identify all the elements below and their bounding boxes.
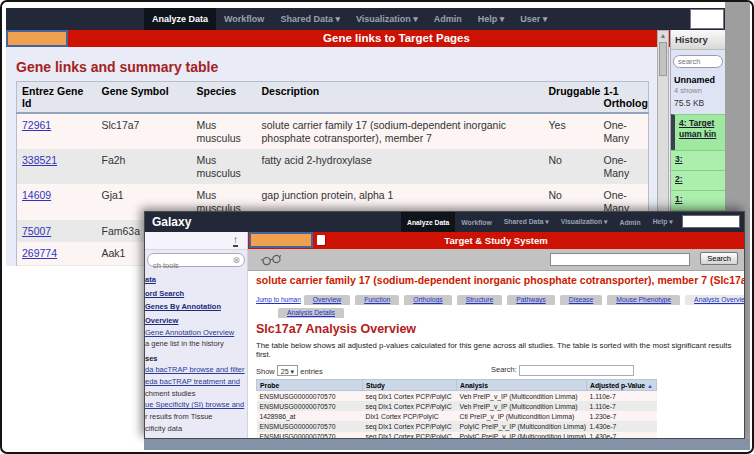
gene-page-tab[interactable]: Pathways <box>507 295 554 305</box>
tool-link[interactable]: ue Specificity (SI) browse and <box>145 399 247 411</box>
site-search-button[interactable]: Search <box>700 252 738 265</box>
overlay-banner-row: Target & Study System <box>248 232 744 249</box>
history-dataset-item[interactable]: 2: <box>671 170 725 190</box>
species-cell: Mus musculus <box>192 113 257 149</box>
table-search-label: Search: <box>491 365 517 374</box>
history-item-label[interactable]: 4: Target <box>679 118 723 129</box>
gene-table-row: 72961 Slc17a7 Mus musculus solute carrie… <box>17 113 649 149</box>
overlay-galaxy-window: Galaxy Analyze DataWorkflowShared Data ▾… <box>144 211 745 439</box>
tools-panel-header: ↑ <box>145 232 247 250</box>
gene-page-tab[interactable]: Function <box>355 295 399 305</box>
history-dataset-item[interactable]: 3: <box>671 150 725 170</box>
entrez-gene-id-link[interactable]: 338521 <box>22 154 57 166</box>
history-dataset-item[interactable]: 1: <box>671 190 725 210</box>
pvalue-cell: 1.230e-7 <box>587 411 657 421</box>
history-name[interactable]: Unnamed <box>674 75 722 85</box>
col-probe[interactable]: Probe <box>257 380 363 391</box>
gene-page-tab[interactable]: Disease <box>560 295 603 305</box>
show-label: Show <box>256 367 275 376</box>
masthead-menu-item[interactable]: Admin <box>426 8 470 30</box>
masthead-menu-item[interactable]: Visualization ▾ <box>348 8 426 30</box>
tool-link[interactable]: ata <box>145 274 247 286</box>
scrollbar-thumb[interactable] <box>659 42 667 76</box>
pvalue-cell: 1.110e-7 <box>587 401 657 411</box>
overlay-masthead-search-input[interactable] <box>682 215 740 228</box>
tool-list: ataord SearchGenes By AnnotationOverview… <box>145 270 247 438</box>
col-entrez-gene-id: Entrez Gene Id <box>17 82 97 114</box>
probe-cell: 1428986_at <box>257 411 363 421</box>
glasses-icon <box>260 252 284 268</box>
tool-link[interactable]: cificity data <box>145 423 247 435</box>
table-controls: Show 25 ▾ entries Search: <box>256 365 716 379</box>
logo-highlight-box[interactable] <box>6 30 68 47</box>
entrez-gene-id-link[interactable]: 269774 <box>22 247 57 259</box>
scrollbar-up-icon[interactable]: ▲ <box>658 31 668 41</box>
entrez-gene-id-link[interactable]: 14609 <box>22 189 51 201</box>
sort-ascending-icon[interactable]: ▲ <box>647 383 653 389</box>
pvalue-table-header-row: Probe Study Analysis Adjusted p-Value ▲ <box>257 380 657 391</box>
masthead-menu-item[interactable]: Admin <box>613 212 646 232</box>
masthead-menu-item[interactable]: Analyze Data <box>401 212 455 232</box>
tool-link[interactable]: Gene Annotation Overview <box>145 327 247 339</box>
masthead-menu-item[interactable]: Shared Data ▾ <box>498 212 555 232</box>
pvalue-table-row: ENSMUSG00000070570 seq Dlx1 Cortex PCP/P… <box>257 432 657 439</box>
table-search-input[interactable] <box>519 365 634 376</box>
upload-icon[interactable]: ↑ <box>233 234 238 247</box>
gene-page: solute carrier family 17 (sodium-depende… <box>248 271 744 438</box>
galaxy-logo[interactable]: Galaxy <box>152 215 191 229</box>
masthead-menu-item[interactable]: Analyze Data <box>144 8 216 30</box>
tool-link[interactable]: Genes By Annotation <box>145 301 247 313</box>
gene-page-tab[interactable]: Structure <box>457 295 503 305</box>
history-item-label[interactable]: 3: <box>675 154 723 165</box>
masthead-menu: Analyze DataWorkflowShared Data ▾Visuali… <box>144 8 555 30</box>
page-icon <box>317 235 325 245</box>
gene-page-tab[interactable]: Mouse Phenotype <box>607 295 680 305</box>
entrez-gene-id-link[interactable]: 75007 <box>22 225 51 237</box>
masthead-menu-item[interactable]: Help ▾ <box>647 212 679 232</box>
gene-page-tab[interactable]: Analysis Overview <box>685 295 744 305</box>
tool-link[interactable]: ses <box>145 353 247 365</box>
history-title: History <box>671 30 725 50</box>
tool-link[interactable]: eda bacTRAP treatment and <box>145 376 247 388</box>
pvalue-table-row: ENSMUSG00000070570 seq Dlx1 Cortex PCP/P… <box>257 391 657 402</box>
gene-symbol-cell: Fa2h <box>97 149 192 184</box>
masthead-menu-item[interactable]: Help ▾ <box>470 8 513 30</box>
masthead-menu-item[interactable]: Shared Data ▾ <box>272 8 348 30</box>
description-cell: solute carrier family 17 (sodium-depende… <box>257 113 544 149</box>
tool-search-input[interactable] <box>148 259 223 270</box>
tool-link[interactable]: ord Search <box>145 288 247 300</box>
masthead-menu-item[interactable]: Workflow <box>455 212 497 232</box>
masthead-menu-item[interactable]: Workflow <box>216 8 272 30</box>
pvalue-cell: 1.430e-7 <box>587 432 657 439</box>
history-item-label[interactable]: 2: <box>675 174 723 185</box>
analysis-cell: Ctl PreIP_v_IP (Multicondition Limma) <box>457 411 587 421</box>
tool-link[interactable]: Overview <box>145 315 247 327</box>
history-dataset-item[interactable]: 4: Target uman kin <box>671 114 725 150</box>
tool-link[interactable]: da bacTRAP browse and filter <box>145 364 247 376</box>
ortholog-cell: One-Many <box>599 149 649 184</box>
history-item-list: 4: Target uman kin 3: 2: 1: <box>671 114 725 210</box>
gene-page-tab[interactable]: Analysis Details <box>278 308 344 318</box>
masthead-search-input[interactable] <box>690 9 724 29</box>
history-item-label[interactable]: 1: <box>675 194 723 205</box>
site-search-input[interactable] <box>550 253 690 266</box>
col-study[interactable]: Study <box>363 380 457 391</box>
tool-link[interactable]: a gene list in the history <box>145 338 247 350</box>
gene-page-tab[interactable]: Orthologs <box>404 295 451 305</box>
masthead-menu-item[interactable]: User ▾ <box>512 8 555 30</box>
screenshot-frame: Analyze DataWorkflowShared Data ▾Visuali… <box>0 0 754 454</box>
clear-search-icon[interactable]: ⊗ <box>232 255 240 265</box>
col-adjusted-pvalue[interactable]: Adjusted p-Value ▲ <box>587 380 657 391</box>
page-size-select[interactable]: 25 ▾ <box>277 365 298 376</box>
entrez-gene-id-link[interactable]: 72961 <box>22 119 51 131</box>
tool-search-box: ⊗ <box>147 253 245 267</box>
tool-link[interactable]: r results from Tissue <box>145 411 247 423</box>
pvalue-table-row: 1428986_at Dlx1 Cortex PCP/PolyIC Ctl Pr… <box>257 411 657 421</box>
tool-link[interactable]: chment studies <box>145 388 247 400</box>
history-search-input[interactable] <box>673 55 723 68</box>
col-analysis[interactable]: Analysis <box>457 380 587 391</box>
history-shown-count: 4 shown <box>674 86 722 95</box>
tool-link[interactable]: t Pages <box>145 437 247 438</box>
masthead-menu-item[interactable]: Visualization ▾ <box>555 212 614 232</box>
logo-highlight-box[interactable] <box>249 232 313 248</box>
